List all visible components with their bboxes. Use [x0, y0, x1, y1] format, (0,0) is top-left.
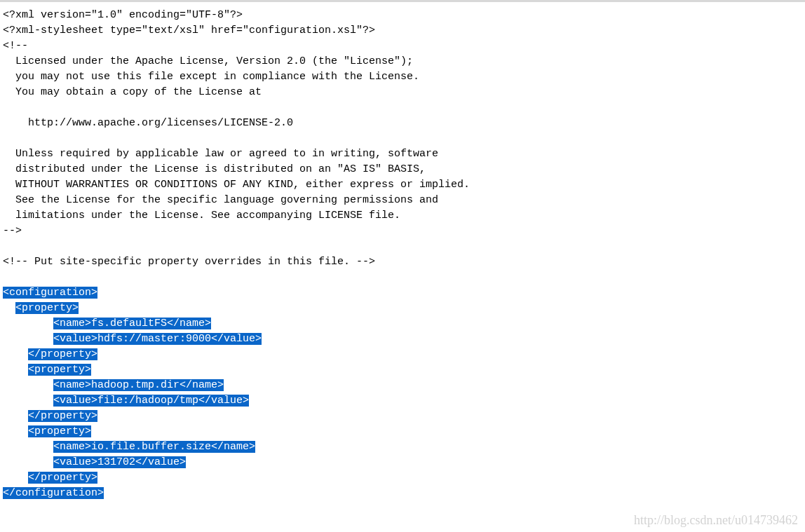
- code-line[interactable]: [3, 100, 802, 116]
- selected-text: <name>hadoop.tmp.dir</name>: [53, 379, 224, 391]
- indent: [3, 333, 53, 345]
- code-line[interactable]: <name>fs.defaultFS</name>: [3, 316, 802, 332]
- selected-text: <name>io.file.buffer.size</name>: [53, 441, 255, 453]
- selected-text: </property>: [28, 472, 97, 484]
- selected-text: <value>file:/hadoop/tmp</value>: [53, 395, 249, 407]
- indent: [3, 194, 15, 206]
- code-line[interactable]: [3, 270, 802, 285]
- code-line[interactable]: <!-- Put site-specific property override…: [3, 254, 802, 270]
- indent: [3, 86, 15, 98]
- code-line[interactable]: <?xml version="1.0" encoding="UTF-8"?>: [3, 8, 802, 23]
- indent: [3, 395, 53, 407]
- selected-text: <property>: [28, 425, 91, 437]
- selected-text: </property>: [28, 348, 97, 360]
- code-line[interactable]: <name>io.file.buffer.size</name>: [3, 439, 802, 455]
- indent: [3, 441, 53, 453]
- code-text: you may not use this file except in comp…: [15, 71, 419, 83]
- indent: [3, 379, 53, 391]
- indent: [3, 348, 28, 360]
- code-line[interactable]: Licensed under the Apache License, Versi…: [3, 54, 802, 69]
- code-line[interactable]: http://www.apache.org/licenses/LICENSE-2…: [3, 116, 802, 131]
- indent: [3, 71, 15, 83]
- selected-text: </property>: [28, 410, 97, 422]
- code-text: distributed under the License is distrib…: [15, 163, 426, 175]
- indent: [3, 210, 15, 221]
- code-text: Licensed under the Apache License, Versi…: [15, 55, 413, 67]
- code-line[interactable]: <property>: [3, 424, 802, 439]
- code-line[interactable]: you may not use this file except in comp…: [3, 69, 802, 85]
- selected-text: </configuration>: [3, 487, 104, 499]
- code-line[interactable]: <!--: [3, 39, 802, 54]
- code-line[interactable]: </property>: [3, 470, 802, 486]
- indent: [3, 163, 15, 175]
- code-line[interactable]: </property>: [3, 409, 802, 424]
- selected-text: <value>hdfs://master:9000</value>: [53, 333, 262, 345]
- code-line[interactable]: distributed under the License is distrib…: [3, 162, 802, 177]
- code-line[interactable]: <name>hadoop.tmp.dir</name>: [3, 378, 802, 393]
- indent: [3, 302, 15, 314]
- code-text: -->: [3, 225, 22, 237]
- code-line[interactable]: You may obtain a copy of the License at: [3, 85, 802, 100]
- code-line[interactable]: <configuration>: [3, 285, 802, 301]
- code-text: WITHOUT WARRANTIES OR CONDITIONS OF ANY …: [15, 179, 470, 191]
- indent: [3, 179, 15, 191]
- indent: [3, 410, 28, 422]
- indent: [3, 148, 15, 160]
- code-line[interactable]: See the License for the specific languag…: [3, 193, 802, 208]
- code-line[interactable]: limitations under the License. See accom…: [3, 208, 802, 224]
- selected-text: <configuration>: [3, 287, 97, 299]
- code-text: <!-- Put site-specific property override…: [3, 256, 375, 268]
- code-line[interactable]: <value>file:/hadoop/tmp</value>: [3, 393, 802, 409]
- code-line[interactable]: WITHOUT WARRANTIES OR CONDITIONS OF ANY …: [3, 177, 802, 193]
- indent: [3, 55, 15, 67]
- indent: [3, 425, 28, 437]
- code-text: http://www.apache.org/licenses/LICENSE-2…: [28, 117, 293, 129]
- code-line[interactable]: </property>: [3, 347, 802, 362]
- code-text: You may obtain a copy of the License at: [15, 86, 262, 98]
- code-line[interactable]: [3, 239, 802, 254]
- code-line[interactable]: <value>hdfs://master:9000</value>: [3, 332, 802, 347]
- code-line[interactable]: <?xml-stylesheet type="text/xsl" href="c…: [3, 23, 802, 39]
- code-text: <!--: [3, 40, 28, 52]
- selected-text: <name>fs.defaultFS</name>: [53, 318, 211, 329]
- indent: [3, 472, 28, 484]
- code-line[interactable]: Unless required by applicable law or agr…: [3, 146, 802, 162]
- indent: [3, 456, 53, 468]
- selected-text: <property>: [28, 364, 91, 376]
- code-text: See the License for the specific languag…: [15, 194, 438, 206]
- code-line[interactable]: <value>131702</value>: [3, 455, 802, 470]
- code-text: Unless required by applicable law or agr…: [15, 148, 438, 160]
- watermark-text: http://blog.csdn.net/u014739462: [634, 512, 798, 528]
- code-line[interactable]: <property>: [3, 362, 802, 378]
- code-line[interactable]: <property>: [3, 301, 802, 316]
- code-text: <?xml-stylesheet type="text/xsl" href="c…: [3, 25, 375, 36]
- indent: [3, 117, 28, 129]
- code-line[interactable]: </configuration>: [3, 486, 802, 501]
- code-editor[interactable]: <?xml version="1.0" encoding="UTF-8"?><?…: [0, 0, 805, 532]
- code-line[interactable]: [3, 131, 802, 146]
- selected-text: <property>: [15, 302, 79, 314]
- code-text: limitations under the License. See accom…: [15, 210, 400, 221]
- indent: [3, 318, 53, 329]
- indent: [3, 364, 28, 376]
- code-text: <?xml version="1.0" encoding="UTF-8"?>: [3, 9, 243, 21]
- code-line[interactable]: -->: [3, 224, 802, 239]
- selected-text: <value>131702</value>: [53, 456, 186, 468]
- code-lines: <?xml version="1.0" encoding="UTF-8"?><?…: [3, 8, 802, 501]
